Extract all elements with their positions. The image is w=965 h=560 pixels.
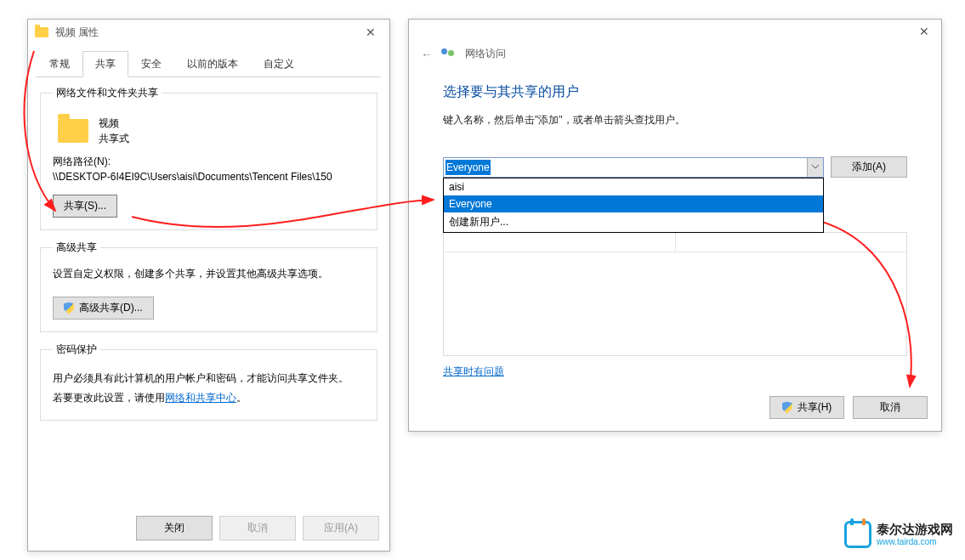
group-legend: 高级共享 <box>53 240 100 255</box>
list-col-name[interactable] <box>444 233 676 252</box>
tab-general[interactable]: 常规 <box>37 51 82 77</box>
tab-share[interactable]: 共享 <box>82 51 128 77</box>
properties-window: 视频 属性 ✕ 常规 共享 安全 以前的版本 自定义 网络文件和文件夹共享 视频… <box>27 19 390 552</box>
list-col-perm[interactable] <box>676 233 907 252</box>
network-access-dialog: ✕ ← 网络访问 选择要与其共享的用户 键入名称，然后单击"添加"，或者单击箭头… <box>408 19 942 432</box>
close-button[interactable]: 关闭 <box>136 516 213 540</box>
advanced-share-text: 设置自定义权限，创建多个共享，并设置其他高级共享选项。 <box>53 267 365 281</box>
watermark-logo-icon <box>844 521 871 548</box>
add-button[interactable]: 添加(A) <box>831 156 907 178</box>
chevron-down-icon[interactable] <box>807 158 823 177</box>
advanced-share-button[interactable]: 高级共享(D)... <box>53 297 154 320</box>
group-network-share: 网络文件和文件夹共享 视频 共享式 网络路径(N): \\DESKTOP-6I4… <box>40 86 377 230</box>
list-header <box>444 233 906 252</box>
window-title: 视频 属性 <box>55 25 352 40</box>
pwd-line2-pre: 若要更改此设置，请使用 <box>53 392 165 404</box>
users-icon <box>441 48 457 60</box>
user-dropdown: aisi Everyone 创建新用户... <box>443 178 824 233</box>
close-icon[interactable]: ✕ <box>359 22 383 42</box>
dialog-heading: 选择要与其共享的用户 <box>443 83 907 101</box>
tab-security[interactable]: 安全 <box>128 51 174 77</box>
group-advanced-share: 高级共享 设置自定义权限，创建多个共享，并设置其他高级共享选项。 高级共享(D)… <box>40 240 377 332</box>
dialog-share-button[interactable]: 共享(H) <box>769 396 844 419</box>
network-sharing-center-link[interactable]: 网络和共享中心 <box>165 392 236 404</box>
group-legend: 网络文件和文件夹共享 <box>53 86 162 100</box>
shield-icon <box>64 303 74 314</box>
user-input-selection: Everyone <box>446 160 491 175</box>
share-button[interactable]: 共享(S)... <box>53 195 117 218</box>
netpath-label: 网络路径(N): <box>53 155 365 169</box>
group-legend: 密码保护 <box>53 342 100 357</box>
tab-bar: 常规 共享 安全 以前的版本 自定义 <box>28 45 389 76</box>
dialog-titlebar[interactable]: ✕ <box>409 20 941 43</box>
share-user-list[interactable] <box>443 232 907 356</box>
dropdown-item-everyone[interactable]: Everyone <box>444 195 823 212</box>
dialog-title: 网络访问 <box>465 47 506 61</box>
watermark-text-en: www.tairda.com <box>877 537 953 546</box>
shield-icon <box>782 402 792 414</box>
apply-button[interactable]: 应用(A) <box>303 516 379 540</box>
pwd-line2-post: 。 <box>236 392 247 404</box>
share-item-name: 视频 <box>99 116 129 131</box>
netpath-value: \\DESKTOP-6I4EI9C\Users\aisi\Documents\T… <box>53 171 365 183</box>
dropdown-item-aisi[interactable]: aisi <box>444 178 823 195</box>
tab-custom[interactable]: 自定义 <box>251 51 307 77</box>
dropdown-item-create-user[interactable]: 创建新用户... <box>444 212 823 232</box>
watermark: 泰尔达游戏网 www.tairda.com <box>844 521 953 548</box>
help-link[interactable]: 共享时有问题 <box>443 365 504 379</box>
dialog-subtext: 键入名称，然后单击"添加"，或者单击箭头查找用户。 <box>443 113 907 127</box>
close-icon[interactable]: ✕ <box>912 21 936 42</box>
folder-icon <box>35 27 48 37</box>
back-arrow-icon[interactable]: ← <box>421 48 433 61</box>
group-password-protection: 密码保护 用户必须具有此计算机的用户帐户和密码，才能访问共享文件夹。 若要更改此… <box>40 342 377 421</box>
cancel-button[interactable]: 取消 <box>219 516 296 540</box>
watermark-text-cn: 泰尔达游戏网 <box>877 523 953 537</box>
tab-previous-versions[interactable]: 以前的版本 <box>174 51 251 77</box>
titlebar[interactable]: 视频 属性 ✕ <box>28 20 389 45</box>
dialog-cancel-button[interactable]: 取消 <box>853 396 928 419</box>
user-combobox[interactable]: Everyone aisi Everyone 创建新用户... <box>443 157 824 178</box>
pwd-line1: 用户必须具有此计算机的用户帐户和密码，才能访问共享文件夹。 <box>53 369 365 388</box>
folder-big-icon <box>58 119 88 143</box>
user-input[interactable] <box>443 157 824 178</box>
share-item-status: 共享式 <box>99 131 129 146</box>
